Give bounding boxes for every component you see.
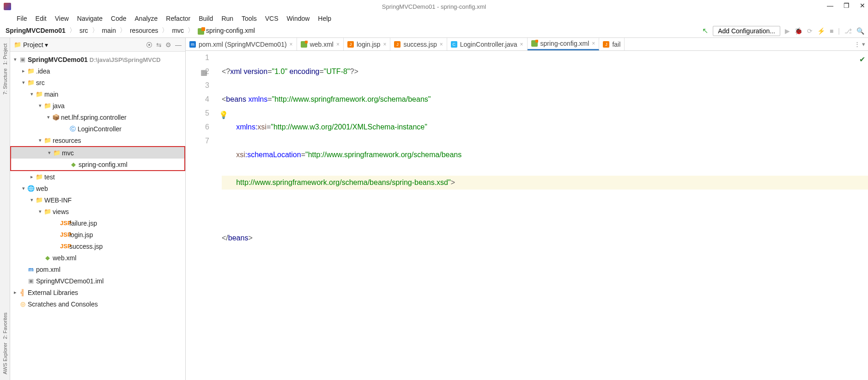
stop-icon[interactable]: ■ — [830, 27, 833, 35]
close-icon[interactable]: × — [592, 40, 595, 47]
menu-edit[interactable]: Edit — [32, 14, 50, 23]
minimize-icon[interactable]: — — [827, 2, 833, 9]
tab-pom[interactable]: mpom.xml (SpringMVCDemo01)× — [186, 38, 297, 50]
rail-project[interactable]: 1: Project — [2, 42, 8, 67]
window-title: SpringMVCDemo01 - spring-config.xml — [382, 3, 486, 10]
navigation-bar: SpringMVCDemo01〉 src〉 main〉 resources〉 m… — [0, 24, 868, 38]
tab-logincontroller[interactable]: CLoginController.java× — [447, 38, 528, 50]
menu-refactor[interactable]: Refactor — [162, 14, 194, 23]
fold-gutter[interactable] — [213, 51, 220, 380]
menu-vcs[interactable]: VCS — [261, 14, 282, 23]
menu-analyze[interactable]: Analyze — [131, 14, 162, 23]
menu-run[interactable]: Run — [218, 14, 237, 23]
tree-node-spring-config[interactable]: ◆spring-config.xml — [11, 159, 184, 170]
tab-failure[interactable]: Jfail — [599, 38, 625, 50]
gutter-marker-icon[interactable]: ▦ — [200, 66, 207, 80]
menu-file[interactable]: File — [13, 14, 31, 23]
add-configuration-button[interactable]: Add Configuration... — [713, 26, 780, 36]
hide-icon[interactable]: — — [175, 41, 182, 49]
title-bar: SpringMVCDemo01 - spring-config.xml — ❐ … — [0, 0, 868, 13]
menu-window[interactable]: Window — [283, 14, 314, 23]
folder-icon: 📁 — [14, 41, 21, 48]
ide-logo — [4, 3, 11, 10]
tree-node-mvc[interactable]: ▾📁mvc — [11, 147, 184, 159]
tab-success-jsp[interactable]: Jsuccess.jsp× — [390, 38, 447, 50]
rail-structure[interactable]: 7: Structure — [2, 67, 8, 97]
close-icon[interactable]: × — [383, 41, 386, 48]
crumb-src[interactable]: src — [78, 26, 90, 35]
menu-build[interactable]: Build — [195, 14, 217, 23]
close-icon[interactable]: × — [440, 41, 443, 48]
line-gutter: 123 4567 — [186, 51, 213, 380]
project-tool-window: 📁 Project ▾ ⦿ ⇆ ⚙ — ▾▣SpringMVCDemo01 D:… — [10, 38, 186, 380]
search-icon[interactable]: 🔍 — [856, 27, 864, 35]
editor: mpom.xml (SpringMVCDemo01)× web.xml× Jlo… — [186, 38, 868, 380]
inspection-ok-icon[interactable]: ✔ — [859, 53, 865, 67]
tab-spring-config[interactable]: spring-config.xml× — [528, 38, 600, 50]
menu-bar: File Edit View Navigate Code Analyze Ref… — [0, 13, 868, 24]
crumb-mvc[interactable]: mvc — [170, 26, 186, 35]
project-tree[interactable]: ▾▣SpringMVCDemo01 D:\java\JSP\SpringMVCD… — [10, 52, 185, 380]
menu-code[interactable]: Code — [107, 14, 130, 23]
menu-help[interactable]: Help — [314, 14, 335, 23]
menu-navigate[interactable]: Navigate — [73, 14, 106, 23]
tool-window-stripe-left: 1: Project 7: Structure 2: Favorites AWS… — [0, 38, 10, 380]
menu-tools[interactable]: Tools — [238, 14, 261, 23]
highlighted-selection: ▾📁mvc ◆spring-config.xml — [10, 146, 185, 171]
crumb-main[interactable]: main — [100, 26, 118, 35]
tab-login-jsp[interactable]: Jlogin.jsp× — [344, 38, 390, 50]
editor-tabs: mpom.xml (SpringMVCDemo01)× web.xml× Jlo… — [186, 38, 868, 51]
close-icon[interactable]: × — [336, 41, 340, 48]
close-icon[interactable]: × — [520, 41, 523, 48]
tab-overflow[interactable]: ⋮ ▾ — [851, 38, 868, 50]
tab-web-xml[interactable]: web.xml× — [297, 38, 344, 50]
expand-icon[interactable]: ⇆ — [156, 41, 162, 49]
debug-icon[interactable]: 🐞 — [795, 27, 802, 35]
crumb-file[interactable]: spring-config.xml — [196, 26, 257, 35]
git-icon[interactable]: ⎇ — [844, 27, 852, 35]
breadcrumb: SpringMVCDemo01〉 src〉 main〉 resources〉 m… — [4, 26, 257, 35]
code-text[interactable]: <?xml version="1.0" encoding="UTF-8"?> <… — [220, 51, 868, 380]
intention-bulb-icon[interactable]: 💡 — [219, 108, 228, 122]
rail-favorites[interactable]: 2: Favorites — [2, 311, 8, 341]
code-editor[interactable]: 123 4567 <?xml version="1.0" encoding="U… — [186, 51, 868, 380]
crumb-project[interactable]: SpringMVCDemo01 — [4, 26, 67, 35]
rail-aws[interactable]: AWS Explorer — [2, 341, 8, 376]
profile-icon[interactable]: ⚡ — [817, 27, 825, 35]
locate-icon[interactable]: ⦿ — [146, 41, 152, 49]
close-icon[interactable]: × — [290, 41, 293, 48]
run-icon[interactable]: ▶ — [785, 27, 790, 35]
project-view-title[interactable]: Project ▾ — [23, 41, 146, 49]
coverage-icon[interactable]: ⟳ — [807, 27, 813, 35]
close-icon[interactable]: ✕ — [860, 2, 865, 9]
maximize-icon[interactable]: ❐ — [844, 2, 850, 9]
gear-icon[interactable]: ⚙ — [165, 41, 171, 49]
crumb-resources[interactable]: resources — [128, 26, 160, 35]
build-icon[interactable]: ↖ — [702, 26, 708, 35]
menu-view[interactable]: View — [51, 14, 73, 23]
